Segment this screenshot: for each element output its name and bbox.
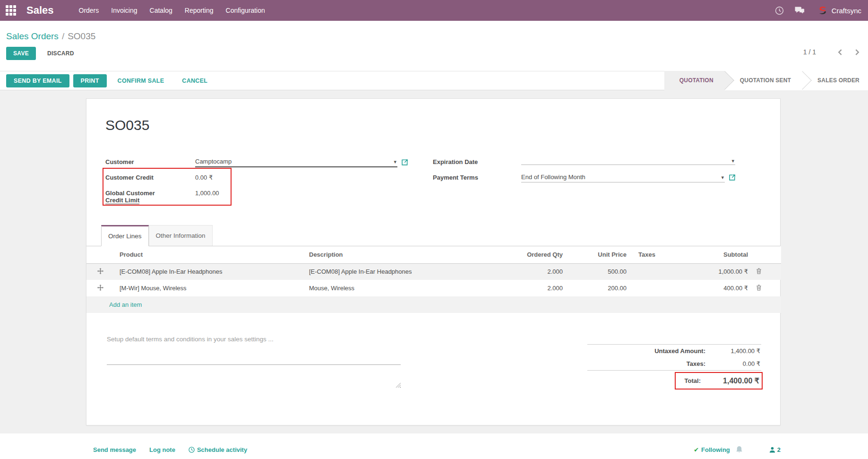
cell-description[interactable]: Mouse, Wireless	[303, 280, 510, 296]
column-product: Product	[114, 246, 303, 263]
total-highlight-box: Total: 1,400.00 ₹	[675, 372, 763, 390]
payment-terms-dropdown-icon[interactable]: ▾	[721, 175, 724, 180]
nav-menu-reporting[interactable]: Reporting	[179, 4, 220, 17]
user-menu[interactable]: Craftsync	[817, 5, 861, 16]
column-delete	[752, 246, 766, 263]
cell-taxes[interactable]	[630, 280, 695, 296]
save-button[interactable]: SAVE	[6, 47, 36, 60]
order-title: SO035	[105, 117, 761, 133]
customer-dropdown-icon[interactable]: ▾	[394, 159, 396, 164]
expiration-date-dropdown-icon[interactable]: ▾	[731, 158, 734, 163]
nav-menu-orders[interactable]: Orders	[73, 4, 105, 17]
untaxed-amount-label: Untaxed Amount:	[654, 347, 705, 355]
company-logo-icon	[817, 5, 828, 16]
cancel-button[interactable]: CANCEL	[175, 74, 215, 87]
add-an-item-link[interactable]: Add an item	[109, 301, 142, 308]
cell-ordered-qty[interactable]: 2.000	[510, 263, 567, 280]
discard-button[interactable]: DISCARD	[43, 47, 79, 60]
status-step-quotation-sent[interactable]: QUOTATION SENT	[725, 71, 802, 90]
customer-credit-value: 0.00 ₹	[195, 173, 213, 181]
schedule-activity-button[interactable]: Schedule activity	[189, 446, 247, 453]
untaxed-amount-value: 1,400.00 ₹	[705, 347, 760, 355]
notebook-tabs: Order Lines Other Information	[86, 225, 780, 246]
drag-handle-icon[interactable]	[86, 280, 114, 296]
column-unit-price: Unit Price	[567, 246, 630, 263]
action-bar: SEND BY EMAIL PRINT CONFIRM SALE CANCEL …	[0, 71, 868, 90]
send-message-button[interactable]: Send message	[93, 446, 136, 453]
cell-unit-price[interactable]: 500.00	[567, 263, 630, 280]
customer-field[interactable]: Camptocamp ▾	[195, 157, 397, 167]
textarea-resize-grip-icon[interactable]	[395, 382, 401, 388]
status-step-sales-order[interactable]: SALES ORDER	[802, 71, 868, 90]
cell-unit-price[interactable]: 200.00	[567, 280, 630, 296]
pager-previous-icon[interactable]	[837, 49, 844, 56]
nav-menu-invoicing[interactable]: Invoicing	[105, 4, 143, 17]
top-navbar: Sales Orders Invoicing Catalog Reporting…	[0, 0, 868, 21]
taxes-label: Taxes:	[687, 360, 705, 367]
breadcrumb-separator: /	[62, 31, 64, 41]
cell-subtotal: 1,000.00 ₹	[695, 263, 752, 280]
nav-menus: Orders Invoicing Catalog Reporting Confi…	[73, 4, 271, 17]
taxes-value: 0.00 ₹	[705, 360, 760, 367]
column-taxes: Taxes	[630, 246, 695, 263]
subscribe-bell-icon[interactable]	[736, 446, 743, 453]
breadcrumb-sales-orders[interactable]: Sales Orders	[6, 31, 59, 41]
schedule-clock-icon	[189, 447, 195, 453]
column-ordered-qty: Ordered Qty	[510, 246, 567, 263]
breadcrumb-current: SO035	[68, 31, 95, 41]
activities-clock-icon[interactable]	[775, 6, 784, 15]
send-by-email-button[interactable]: SEND BY EMAIL	[6, 74, 69, 87]
follower-person-icon	[769, 447, 775, 453]
credit-limit-value: 1,000.00	[195, 188, 219, 197]
confirm-sale-button[interactable]: CONFIRM SALE	[111, 74, 172, 87]
status-step-quotation[interactable]: QUOTATION	[664, 71, 725, 90]
control-panel: Sales Orders/SO035 SAVE DISCARD 1 / 1	[0, 21, 868, 71]
expiration-date-field[interactable]: ▾	[521, 157, 735, 165]
following-check-icon: ✔	[694, 446, 699, 453]
tab-order-lines[interactable]: Order Lines	[101, 225, 149, 246]
follower-count: 2	[777, 446, 781, 453]
payment-terms-external-link-icon[interactable]	[729, 174, 735, 181]
form-view-background: SO035 Customer Camptocamp ▾	[0, 90, 868, 433]
customer-value[interactable]: Camptocamp	[195, 158, 391, 165]
followers-button[interactable]: 2	[769, 446, 781, 453]
drag-handle-icon[interactable]	[86, 263, 114, 280]
column-spacer	[766, 246, 781, 263]
column-subtotal: Subtotal	[695, 246, 752, 263]
nav-menu-catalog[interactable]: Catalog	[144, 4, 179, 17]
expiration-date-label: Expiration Date	[433, 157, 521, 165]
column-description: Description	[303, 246, 510, 263]
nav-menu-configuration[interactable]: Configuration	[220, 4, 271, 17]
statusbar: QUOTATION QUOTATION SENT SALES ORDER	[664, 71, 868, 90]
print-button[interactable]: PRINT	[73, 74, 107, 87]
totals-block: Untaxed Amount: 1,400.00 ₹ Taxes: 0.00 ₹…	[587, 344, 761, 390]
terms-and-conditions-textarea[interactable]	[107, 335, 401, 365]
cell-taxes[interactable]	[630, 263, 695, 280]
credit-limit-label: Global Customer Credit Limit	[105, 188, 195, 204]
payment-terms-value[interactable]: End of Following Month	[521, 173, 718, 181]
following-toggle[interactable]: ✔ Following	[694, 446, 730, 453]
cell-subtotal: 400.00 ₹	[695, 280, 752, 296]
tab-other-information[interactable]: Other Information	[149, 225, 213, 246]
customer-external-link-icon[interactable]	[402, 159, 408, 165]
chatter: Send message Log note Schedule activity …	[0, 433, 868, 459]
cell-product[interactable]: [E-COM08] Apple In-Ear Headphones	[114, 263, 303, 280]
pager: 1 / 1	[803, 48, 860, 56]
order-line-row: [E-COM08] Apple In-Ear Headphones [E-COM…	[86, 263, 781, 280]
cell-product[interactable]: [M-Wir] Mouse, Wireless	[114, 280, 303, 296]
pager-count: 1 / 1	[803, 48, 816, 56]
pager-next-icon[interactable]	[853, 49, 860, 56]
apps-menu-icon[interactable]	[6, 5, 16, 16]
delete-line-icon[interactable]	[752, 263, 766, 280]
messages-icon[interactable]	[794, 6, 805, 15]
delete-line-icon[interactable]	[752, 280, 766, 296]
log-note-button[interactable]: Log note	[149, 446, 175, 453]
cell-ordered-qty[interactable]: 2.000	[510, 280, 567, 296]
order-line-row: [M-Wir] Mouse, Wireless Mouse, Wireless …	[86, 280, 781, 296]
total-label: Total:	[685, 377, 701, 384]
cell-description[interactable]: [E-COM08] Apple In-Ear Headphones	[303, 263, 510, 280]
customer-label: Customer	[105, 157, 195, 165]
payment-terms-field[interactable]: End of Following Month ▾	[521, 173, 725, 182]
user-name: Craftsync	[832, 7, 861, 15]
app-title[interactable]: Sales	[26, 4, 54, 17]
